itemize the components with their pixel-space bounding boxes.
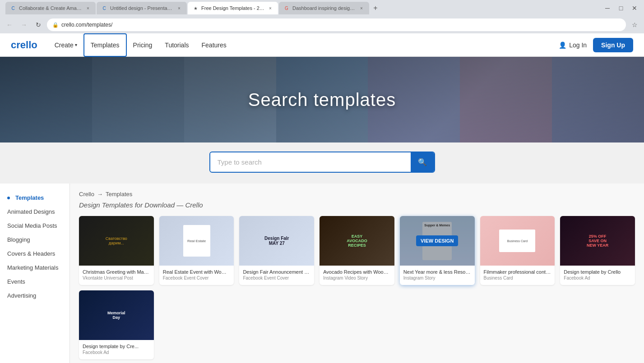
template-type-t6: Business Card	[484, 276, 551, 280]
crello-logo[interactable]: crello	[11, 39, 37, 51]
nav-item-templates-label: Templates	[91, 41, 120, 49]
template-card-t5[interactable]: Supper & Memes VIEW DESIGN Next Year mor…	[400, 216, 475, 285]
template-info-t8: Design template by Cre... Facebook Ad	[79, 340, 154, 359]
close-window-button[interactable]: ✕	[629, 2, 640, 14]
hero-title: Search templates	[248, 90, 396, 110]
minimize-button[interactable]: ─	[602, 2, 613, 14]
template-card-t1[interactable]: Сватовство дарим... Christmas Greeting w…	[79, 216, 154, 285]
sidebar-item-advertising[interactable]: Advertising	[0, 289, 69, 303]
tab-close-4[interactable]: ×	[358, 5, 365, 11]
nav-item-tutorials[interactable]: Tutorials	[158, 33, 195, 57]
nav-item-pricing-label: Pricing	[133, 41, 153, 49]
template-img-t6: Business Card	[480, 216, 555, 266]
template-card-t2[interactable]: Real Estate Real Estate Event with Woma.…	[159, 216, 234, 285]
tab-close-1[interactable]: ×	[85, 5, 91, 11]
template-img-t8: Memorial Day	[79, 290, 154, 340]
template-type-t2: Facebook Event Cover	[163, 276, 231, 280]
view-design-badge: VIEW DESIGN	[416, 235, 458, 246]
sidebar: Templates Animated Designs Social Media …	[0, 184, 70, 363]
sidebar-item-events[interactable]: Events	[0, 275, 69, 289]
breadcrumb-separator: →	[97, 191, 103, 198]
forward-button[interactable]: →	[18, 19, 30, 31]
sidebar-item-templates[interactable]: Templates	[0, 191, 69, 205]
tab-label-2: Untitled design - Presentation (1...	[110, 5, 173, 11]
maximize-button[interactable]: □	[615, 2, 627, 14]
template-name-t3: Design Fair Announcement wit...	[243, 269, 310, 275]
sidebar-item-covers-headers-label: Covers & Headers	[7, 250, 55, 257]
refresh-button[interactable]: ↻	[32, 19, 44, 31]
app-nav: crello Create ▾ Templates Pricing Tutori…	[0, 33, 644, 57]
search-input[interactable]	[210, 153, 411, 171]
template-img-t4: EASY AVOCADO RECIPES	[320, 216, 394, 266]
sidebar-item-social-media-posts-label: Social Media Posts	[7, 222, 57, 229]
nav-item-features-label: Features	[202, 41, 227, 49]
login-label: Log In	[569, 41, 587, 49]
page-title: Design Templates for Download — Crello	[79, 201, 635, 209]
sidebar-item-animated-designs[interactable]: Animated Designs	[0, 205, 69, 219]
sidebar-item-advertising-label: Advertising	[7, 292, 36, 299]
sidebar-item-marketing-materials-label: Marketing Materials	[7, 264, 58, 271]
template-type-t3: Facebook Event Cover	[243, 276, 310, 280]
sidebar-item-social-media-posts[interactable]: Social Media Posts	[0, 219, 69, 233]
template-card-t8[interactable]: Memorial Day Design template by Cre... F…	[79, 290, 154, 359]
tab-favicon-2: C	[101, 5, 107, 11]
sidebar-item-covers-headers[interactable]: Covers & Headers	[0, 247, 69, 261]
hero-content: Search templates	[0, 57, 644, 142]
template-name-t4: Avocado Recipes with Woode...	[323, 269, 391, 275]
template-name-t6: Filmmaker professional contac...	[484, 269, 551, 275]
tab-label-3: Free Design Templates - 25 000+...	[201, 5, 264, 11]
search-box-wrapper: 🔍	[209, 152, 435, 173]
browser-tab-1[interactable]: C Collaborate & Create Amazing C... ×	[5, 2, 96, 14]
template-card-t6[interactable]: Business Card Filmmaker professional con…	[480, 216, 555, 285]
main-content: Templates Animated Designs Social Media …	[0, 184, 644, 363]
back-button[interactable]: ←	[4, 19, 15, 31]
sidebar-item-blogging[interactable]: Blogging	[0, 233, 69, 247]
template-type-t8: Facebook Ad	[83, 350, 150, 355]
nav-item-templates[interactable]: Templates	[83, 33, 127, 57]
sidebar-item-blogging-label: Blogging	[7, 236, 30, 243]
nav-item-features[interactable]: Features	[195, 33, 233, 57]
tab-close-2[interactable]: ×	[176, 5, 182, 11]
template-card-t4[interactable]: EASY AVOCADO RECIPES Avocado Recipes wit…	[320, 216, 394, 285]
tab-label-1: Collaborate & Create Amazing C...	[19, 5, 82, 11]
tab-close-3[interactable]: ×	[267, 5, 273, 11]
template-card-t3[interactable]: Design Falr MAY 27 Design Fair Announcem…	[239, 216, 314, 285]
breadcrumb-home[interactable]: Crello	[79, 191, 94, 198]
tab-favicon-1: C	[10, 5, 16, 11]
browser-tab-3[interactable]: ★ Free Design Templates - 25 000+... ×	[188, 2, 278, 14]
template-name-t5: Next Year more & less Resoluti...	[403, 269, 471, 275]
template-card-t7[interactable]: 25% OFF SAVE ON NEW YEAR Design template…	[560, 216, 635, 285]
hero-banner: Search templates	[0, 57, 644, 142]
nav-item-pricing[interactable]: Pricing	[127, 33, 159, 57]
signup-button[interactable]: Sign Up	[593, 38, 633, 52]
template-info-t3: Design Fair Announcement wit... Facebook…	[239, 266, 314, 285]
template-type-t4: Instagram Video Story	[323, 276, 391, 280]
search-icon: 🔍	[418, 158, 427, 166]
nav-item-create[interactable]: Create ▾	[48, 33, 83, 57]
address-bar[interactable]: 🔒 crello.com/templates/	[47, 18, 626, 31]
template-type-t5: Instagram Story	[403, 276, 471, 280]
template-type-t1: Vkontakte Universal Post	[83, 276, 150, 280]
view-design-overlay: VIEW DESIGN	[400, 216, 475, 266]
sidebar-item-templates-label: Templates	[15, 194, 44, 201]
breadcrumb-current: Templates	[106, 191, 132, 198]
template-name-t7: Design template by Crello	[564, 269, 631, 275]
template-img-t7: 25% OFF SAVE ON NEW YEAR	[560, 216, 635, 266]
new-tab-button[interactable]: +	[370, 3, 381, 14]
sidebar-item-marketing-materials[interactable]: Marketing Materials	[0, 261, 69, 275]
bookmark-button[interactable]: ☆	[629, 19, 640, 31]
sidebar-item-animated-designs-label: Animated Designs	[7, 208, 55, 215]
browser-tab-4[interactable]: G Dashboard inspiring designs - G... ×	[279, 2, 369, 14]
content-area: Crello → Templates Design Templates for …	[70, 184, 644, 363]
template-info-t4: Avocado Recipes with Woode... Instagram …	[320, 266, 394, 285]
browser-tab-2[interactable]: C Untitled design - Presentation (1... ×	[97, 2, 187, 14]
sidebar-item-events-label: Events	[7, 278, 25, 285]
template-name-t8: Design template by Cre...	[83, 344, 150, 349]
login-button[interactable]: 👤 Log In	[552, 41, 593, 49]
template-name-t2: Real Estate Event with Woma...	[163, 269, 231, 275]
breadcrumb: Crello → Templates	[79, 191, 635, 198]
nav-item-tutorials-label: Tutorials	[165, 41, 189, 49]
search-button[interactable]: 🔍	[411, 152, 434, 172]
secure-icon: 🔒	[52, 22, 59, 28]
browser-chrome: C Collaborate & Create Amazing C... × C …	[0, 0, 644, 16]
